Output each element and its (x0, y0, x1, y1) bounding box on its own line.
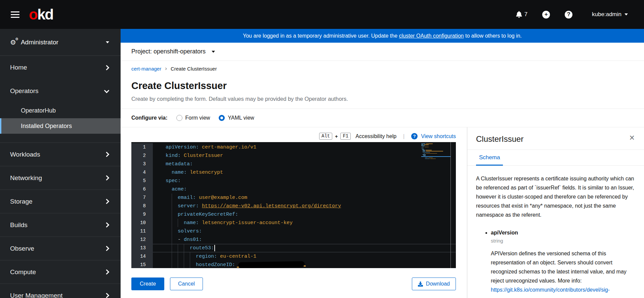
line-number: 9 (131, 210, 153, 219)
sidebar-item-compute[interactable]: Compute (0, 260, 121, 284)
sidebar-item-workloads[interactable]: Workloads (0, 142, 121, 166)
masthead: okd 7 + ? kube:admin (0, 0, 644, 29)
overview-ruler (450, 142, 451, 268)
code-lines[interactable]: 1apiVersion: cert-manager.io/v12kind: Cl… (131, 142, 456, 268)
code-line[interactable]: 7 email: user@example.com (131, 194, 456, 202)
temp-admin-banner: You are logged in as a temporary adminis… (121, 29, 644, 43)
okd-console: okd 7 + ? kube:admin ⚙⚙ Administrator Ho… (0, 0, 644, 298)
code-line[interactable]: 2kind: ClusterIssuer (131, 152, 456, 160)
schema-body: A ClusterIssuer represents a certificate… (467, 166, 644, 294)
code-line[interactable]: 8 server: https://acme-v02.api.letsencry… (131, 202, 456, 210)
sidebar-item-builds[interactable]: Builds (0, 213, 121, 237)
sidebar-item-networking[interactable]: Networking (0, 166, 121, 189)
chevron-right-icon (104, 222, 110, 228)
code-line[interactable]: 15 hostedZoneID: (131, 261, 456, 268)
editor-minimap[interactable] (421, 143, 451, 164)
bell-icon (516, 11, 522, 18)
perspective-label: Administrator (21, 39, 58, 46)
line-number: 13 (131, 244, 153, 252)
username: kube:admin (592, 11, 621, 18)
sidebar-item-operators[interactable]: Operators (0, 79, 121, 103)
code-line[interactable]: 5spec: (131, 177, 456, 185)
line-number: 6 (131, 185, 153, 194)
sidebar-subitem-installed-operators[interactable]: Installed Operators (0, 118, 121, 134)
line-number: 7 (131, 194, 153, 202)
code-line[interactable]: 10 name: letsencrypt-issuer-account-key (131, 219, 456, 227)
form-view-option[interactable]: Form view (176, 115, 210, 121)
notification-count: 7 (524, 11, 527, 18)
code-line[interactable]: 9 privateKeySecretRef: (131, 210, 456, 219)
add-plus-icon[interactable]: + (542, 11, 550, 18)
code-line[interactable]: 14 region: eu-central-1 (131, 252, 456, 261)
tab-schema[interactable]: Schema (476, 150, 503, 166)
project-selector[interactable]: Project: openshift-operators (121, 43, 644, 61)
code-line[interactable]: 12 - dns01: (131, 236, 456, 244)
line-number: 14 (131, 252, 153, 261)
close-icon[interactable]: × (629, 134, 635, 141)
resource-sidebar: ClusterIssuer × Schema A ClusterIssuer r… (467, 127, 644, 298)
line-number: 1 (131, 143, 153, 152)
chevron-down-icon (104, 88, 110, 93)
configure-via-row: Configure via: Form view YAML view (121, 109, 644, 127)
chevron-right-icon (104, 199, 110, 204)
sidebar-item-user-management[interactable]: User Management (0, 284, 121, 298)
radio-unchecked-icon[interactable] (176, 115, 182, 121)
more-info-link[interactable]: https://git.k8s.io/community/contributor… (491, 287, 610, 293)
line-number: 11 (131, 227, 153, 236)
caret-down-icon (212, 51, 215, 53)
form-actions: Create Cancel Download (131, 278, 456, 290)
user-menu[interactable]: kube:admin (592, 11, 628, 18)
configure-via-label: Configure via: (131, 115, 168, 121)
view-shortcuts-link[interactable]: View shortcuts (421, 133, 456, 139)
chevron-right-icon (104, 65, 110, 70)
page-title: Create ClusterIssuer (131, 80, 644, 91)
kbd-f1: F1 (340, 133, 351, 140)
yaml-view-option[interactable]: YAML view (219, 115, 254, 121)
okd-logo: okd (29, 6, 53, 23)
help-icon[interactable]: ? (565, 11, 572, 18)
notifications-button[interactable]: 7 (516, 11, 527, 18)
schema-description: A ClusterIssuer represents a certificate… (476, 174, 635, 219)
sidebar-item-storage[interactable]: Storage (0, 189, 121, 213)
download-icon (418, 282, 423, 287)
panel-tabs: Schema (467, 150, 644, 166)
line-number: 10 (131, 219, 153, 227)
chevron-right-icon (104, 293, 110, 298)
redacted-value (238, 261, 305, 268)
breadcrumb: cert-manager › Create ClusterIssuer (131, 65, 644, 72)
breadcrumb-current: Create ClusterIssuer (171, 66, 217, 72)
code-line[interactable]: 11 solvers: (131, 227, 456, 236)
cluster-oauth-link[interactable]: cluster OAuth configuration (399, 33, 464, 39)
line-number: 2 (131, 152, 153, 160)
code-line[interactable]: 13 route53: (131, 244, 456, 252)
cancel-button[interactable]: Cancel (170, 278, 203, 290)
code-line[interactable]: 3metadata: (131, 160, 456, 168)
schema-field-apiversion: apiVersion string APIVersion defines the… (491, 228, 635, 294)
sidebar-subitem-operatorhub[interactable]: OperatorHub (0, 103, 121, 118)
perspective-switcher[interactable]: ⚙⚙ Administrator (0, 29, 121, 56)
question-circle-icon: ? (411, 133, 418, 139)
caret-down-icon (625, 13, 628, 15)
line-number: 5 (131, 177, 153, 185)
code-line[interactable]: 4 name: letsencrypt (131, 168, 456, 177)
code-line[interactable]: 6 acme: (131, 185, 456, 194)
kbd-alt: Alt (319, 133, 332, 140)
line-number: 12 (131, 236, 153, 244)
code-line[interactable]: 1apiVersion: cert-manager.io/v1 (131, 143, 456, 152)
line-number: 15 (131, 261, 153, 268)
sidebar-item-home[interactable]: Home (0, 56, 121, 79)
page-subtitle: Create by completing the form. Default v… (131, 96, 644, 102)
cogs-icon: ⚙⚙ (10, 38, 16, 46)
radio-checked-icon[interactable] (219, 115, 225, 121)
breadcrumb-cert-manager[interactable]: cert-manager (131, 66, 161, 72)
main-content: You are logged in as a temporary adminis… (121, 29, 644, 298)
chevron-right-icon (104, 246, 110, 251)
sidebar-item-observe[interactable]: Observe (0, 237, 121, 260)
download-button[interactable]: Download (412, 278, 456, 290)
text-cursor (214, 245, 215, 251)
menu-toggle-icon[interactable] (11, 10, 19, 19)
create-button[interactable]: Create (131, 278, 164, 290)
yaml-editor[interactable]: 1apiVersion: cert-manager.io/v12kind: Cl… (131, 142, 456, 268)
line-number: 4 (131, 168, 153, 177)
breadcrumb-separator: › (165, 65, 167, 72)
